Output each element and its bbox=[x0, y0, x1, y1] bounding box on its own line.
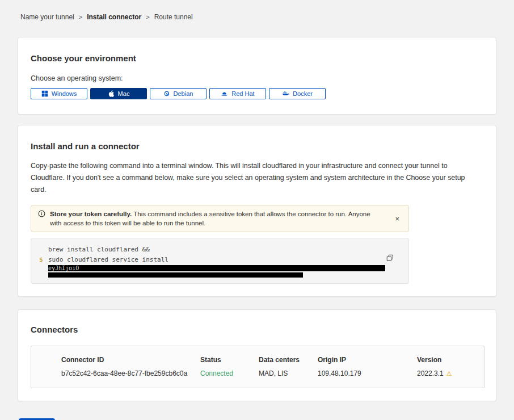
cell-status: Connected bbox=[200, 369, 259, 377]
os-select-label: Choose an operating system: bbox=[31, 74, 483, 82]
shell-prompt: $ bbox=[39, 255, 48, 264]
breadcrumb-step-install-connector[interactable]: Install connector bbox=[87, 13, 141, 21]
docker-icon bbox=[282, 90, 289, 97]
breadcrumb: Name your tunnel > Install connector > R… bbox=[20, 13, 496, 21]
install-command-block: brew install cloudflared && $ sudo cloud… bbox=[31, 238, 409, 284]
environment-card-title: Choose your environment bbox=[31, 53, 483, 63]
cell-data-centers: MAD, LIS bbox=[259, 369, 318, 377]
os-button-mac[interactable]: Mac bbox=[90, 88, 147, 99]
token-warning-text: Store your token carefully. This command… bbox=[50, 209, 393, 228]
column-header-status: Status bbox=[200, 356, 259, 364]
tunnel-setup-page: Name your tunnel > Install connector > R… bbox=[0, 13, 514, 420]
token-warning-banner: Store your token carefully. This command… bbox=[31, 205, 409, 232]
column-header-connector-id: Connector ID bbox=[61, 356, 200, 364]
os-button-label: Windows bbox=[52, 90, 77, 97]
install-description: Copy-paste the following command into a … bbox=[31, 160, 482, 196]
install-connector-card: Install and run a connector Copy-paste t… bbox=[18, 125, 496, 297]
apple-icon bbox=[108, 90, 115, 97]
token-prefix: eyJhIjoiO bbox=[48, 265, 79, 271]
column-header-version: Version bbox=[417, 356, 475, 364]
connectors-card: Connectors Connector ID Status Data cent… bbox=[18, 309, 496, 401]
breadcrumb-separator: > bbox=[146, 14, 149, 20]
cell-version: 2022.3.1⚠ bbox=[417, 369, 475, 377]
connectors-table: Connector ID Status Data centers Origin … bbox=[31, 346, 484, 388]
copy-icon[interactable] bbox=[385, 253, 395, 264]
os-button-label: Red Hat bbox=[231, 90, 254, 97]
table-header-row: Connector ID Status Data centers Origin … bbox=[61, 356, 475, 364]
version-value: 2022.3.1 bbox=[417, 369, 444, 377]
os-button-docker[interactable]: Docker bbox=[269, 88, 326, 99]
column-header-data-centers: Data centers bbox=[259, 356, 318, 364]
token-warning-bold: Store your token carefully. bbox=[50, 211, 132, 217]
cell-origin-ip: 109.48.10.179 bbox=[318, 369, 417, 377]
breadcrumb-step-name-your-tunnel[interactable]: Name your tunnel bbox=[20, 13, 74, 21]
os-button-redhat[interactable]: Red Hat bbox=[209, 88, 266, 99]
breadcrumb-step-route-tunnel[interactable]: Route tunnel bbox=[154, 13, 193, 21]
redhat-icon bbox=[221, 90, 228, 97]
version-warning-icon: ⚠ bbox=[446, 370, 452, 377]
info-icon bbox=[38, 210, 45, 220]
redacted-token-bar-2 bbox=[48, 272, 303, 278]
connectors-card-title: Connectors bbox=[31, 325, 483, 334]
os-button-debian[interactable]: Debian bbox=[150, 88, 207, 99]
choose-environment-card: Choose your environment Choose an operat… bbox=[18, 37, 496, 115]
windows-icon bbox=[41, 90, 48, 97]
os-button-label: Mac bbox=[118, 90, 130, 97]
install-card-title: Install and run a connector bbox=[31, 141, 483, 151]
os-button-group: Windows Mac Debian Red Hat bbox=[31, 88, 483, 99]
cell-connector-id: b7c52c42-6caa-48ee-8c77-fbe259cb6c0a bbox=[61, 369, 200, 377]
column-header-origin-ip: Origin IP bbox=[318, 356, 417, 364]
table-row: b7c52c42-6caa-48ee-8c77-fbe259cb6c0a Con… bbox=[61, 369, 475, 377]
command-line-1: brew install cloudflared && bbox=[48, 244, 401, 255]
code-gutter bbox=[39, 244, 48, 255]
close-icon[interactable]: × bbox=[393, 214, 402, 224]
os-button-label: Debian bbox=[174, 90, 193, 97]
breadcrumb-separator: > bbox=[79, 14, 82, 20]
command-line-2: sudo cloudflared service install bbox=[48, 255, 401, 264]
os-button-label: Docker bbox=[293, 90, 313, 97]
redacted-token-bar: eyJhIjoiO bbox=[48, 265, 385, 271]
os-button-windows[interactable]: Windows bbox=[31, 88, 87, 99]
debian-icon bbox=[163, 90, 170, 97]
